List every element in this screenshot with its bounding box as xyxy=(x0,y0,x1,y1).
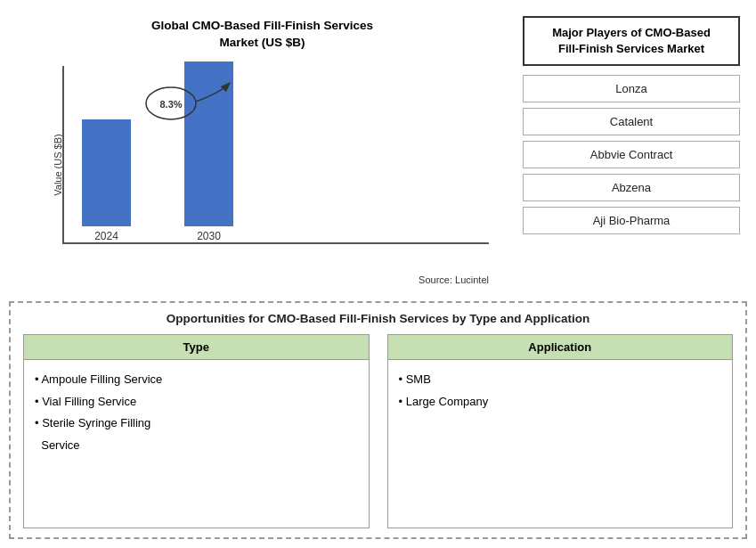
y-axis-label: Value (US $B) xyxy=(53,134,63,196)
chart-wrapper: Value (US $B) 8.3% xyxy=(27,59,498,271)
bars-container: 8.3% 2024 xyxy=(62,66,489,244)
opportunities-title: Opportunities for CMO-Based Fill-Finish … xyxy=(23,312,733,325)
annotation-container: 8.3% xyxy=(135,75,242,146)
application-column: Application SMB Large Company xyxy=(387,334,734,528)
player-aji: Aji Bio-Pharma xyxy=(523,207,740,234)
main-container: Global CMO-Based Fill-Finish Services Ma… xyxy=(0,0,756,548)
player-abbvie: Abbvie Contract xyxy=(523,141,740,168)
application-header: Application xyxy=(387,334,734,360)
opportunities-section: Opportunities for CMO-Based Fill-Finish … xyxy=(9,301,747,539)
application-list: SMB Large Company xyxy=(399,369,722,413)
arrow-svg: 8.3% xyxy=(135,75,242,146)
player-lonza: Lonza xyxy=(523,75,740,102)
categories-row: Type Ampoule Filling Service Vial Fillin… xyxy=(23,334,733,528)
chart-area: Global CMO-Based Fill-Finish Services Ma… xyxy=(9,9,507,294)
player-catalent: Catalent xyxy=(523,108,740,135)
type-item-3: Sterile Syringe Filling Service xyxy=(35,413,358,456)
bar-2030-label: 2030 xyxy=(197,230,221,242)
application-item-1: SMB xyxy=(399,369,722,391)
bar-2024-label: 2024 xyxy=(94,230,118,242)
type-content: Ampoule Filling Service Vial Filling Ser… xyxy=(23,360,370,528)
chart-title: Global CMO-Based Fill-Finish Services Ma… xyxy=(151,18,373,52)
svg-point-0 xyxy=(146,87,196,119)
type-header: Type xyxy=(23,334,370,360)
application-item-2: Large Company xyxy=(399,391,722,413)
major-players-title: Major Players of CMO-Based Fill-Finish S… xyxy=(523,16,740,66)
svg-text:8.3%: 8.3% xyxy=(159,99,182,110)
top-section: Global CMO-Based Fill-Finish Services Ma… xyxy=(9,9,747,294)
type-column: Type Ampoule Filling Service Vial Fillin… xyxy=(23,334,370,528)
major-players-panel: Major Players of CMO-Based Fill-Finish S… xyxy=(516,9,747,294)
type-item-1: Ampoule Filling Service xyxy=(35,369,358,391)
type-item-2: Vial Filling Service xyxy=(35,391,358,413)
source-text: Source: Lucintel xyxy=(27,274,498,285)
application-content: SMB Large Company xyxy=(387,360,734,528)
player-abzena: Abzena xyxy=(523,174,740,201)
type-list: Ampoule Filling Service Vial Filling Ser… xyxy=(35,369,358,457)
bar-2024-rect xyxy=(82,119,131,226)
bar-2024: 2024 xyxy=(82,119,131,242)
